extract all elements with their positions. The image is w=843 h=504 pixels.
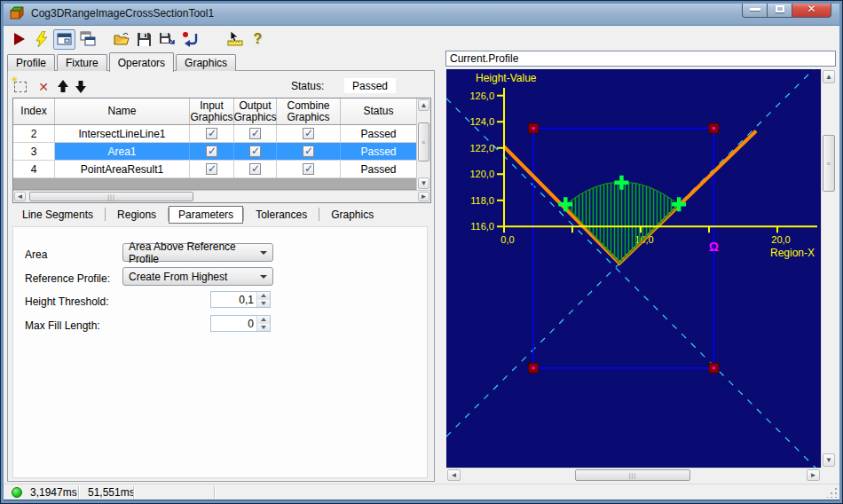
add-operator-button[interactable] xyxy=(12,79,28,95)
col-status[interactable]: Status xyxy=(341,98,416,124)
subtab-parameters[interactable]: Parameters xyxy=(169,206,243,224)
operators-grid: Index Name Input Graphics Output Graphic… xyxy=(12,98,431,203)
pointer-ruler-icon xyxy=(226,31,244,47)
show-result-window-button[interactable] xyxy=(53,29,75,50)
maximize-button[interactable] xyxy=(768,1,792,18)
grid-row-intersectlineline1[interactable]: 2 IntersectLineLine1 Passed xyxy=(13,125,430,143)
output-graphics-checkbox[interactable] xyxy=(249,128,261,139)
close-button[interactable]: ✕ xyxy=(792,1,831,18)
operator-subtabs: Line Segments Regions Parameters Toleran… xyxy=(11,205,385,224)
grid-vscrollbar[interactable]: ▲ ≡ ▼ xyxy=(416,98,430,190)
spin-down-button[interactable] xyxy=(257,324,270,332)
tab-graphics[interactable]: Graphics xyxy=(176,54,236,71)
spin-down-button[interactable] xyxy=(257,300,270,308)
scroll-left-arrow[interactable]: ◄ xyxy=(14,192,26,201)
col-index[interactable]: Index xyxy=(13,98,55,124)
output-graphics-checkbox[interactable] xyxy=(249,163,261,175)
cell-combine-graphics xyxy=(277,125,341,142)
input-graphics-checkbox[interactable] xyxy=(206,163,217,175)
scroll-left-arrow[interactable]: ◄ xyxy=(447,469,461,481)
float-windows-button[interactable] xyxy=(76,29,98,50)
move-down-button[interactable] xyxy=(73,78,89,94)
scroll-up-arrow[interactable]: ▲ xyxy=(823,70,835,83)
spin-up-button[interactable] xyxy=(257,292,270,300)
scroll-up-arrow[interactable]: ▲ xyxy=(418,99,429,111)
status-bar: 3,1947ms 51,551ms xyxy=(4,484,839,500)
chart-vscrollbar[interactable]: ▲ ≡ ▼ xyxy=(821,69,836,468)
tab-profile[interactable]: Profile xyxy=(7,54,55,71)
reference-profile-value: Create From Highest xyxy=(129,271,227,283)
run-button[interactable] xyxy=(7,29,29,50)
close-icon: ✕ xyxy=(807,3,815,15)
col-output-graphics[interactable]: Output Graphics xyxy=(234,98,277,124)
subtab-graphics[interactable]: Graphics xyxy=(319,207,385,223)
window-title: Cog3DRangeImageCrossSectionTool1 xyxy=(31,7,214,20)
new-operator-icon xyxy=(14,82,27,92)
scroll-right-arrow[interactable]: ► xyxy=(807,469,820,481)
maximize-icon xyxy=(776,5,784,12)
minimize-icon xyxy=(750,8,760,11)
input-graphics-checkbox[interactable] xyxy=(206,146,217,157)
col-input-graphics[interactable]: Input Graphics xyxy=(190,98,234,124)
grid-filler-row xyxy=(13,178,416,190)
combine-graphics-checkbox[interactable] xyxy=(303,146,314,157)
subtab-regions[interactable]: Regions xyxy=(106,207,168,223)
grid-vscroll-thumb[interactable]: ≡ xyxy=(418,122,429,161)
scroll-right-arrow[interactable]: ► xyxy=(418,192,429,201)
chart-hscroll-thumb[interactable]: ||| xyxy=(575,469,690,481)
arrow-down-icon xyxy=(75,80,87,93)
move-up-button[interactable] xyxy=(55,78,71,94)
main-toolbar: ? xyxy=(7,28,270,51)
subtab-line-segments[interactable]: Line Segments xyxy=(11,207,105,223)
grid-row-area1-selected[interactable]: 3 Area1 Passed xyxy=(13,143,430,161)
height-threshold-stepper[interactable]: 0,1 xyxy=(210,291,271,308)
height-threshold-value: 0,1 xyxy=(211,292,256,307)
combine-graphics-checkbox[interactable] xyxy=(303,128,314,139)
cell-combine-graphics xyxy=(277,161,341,177)
subtab-tolerances[interactable]: Tolerances xyxy=(244,207,319,223)
chart-hscrollbar[interactable]: ◄ ||| ► xyxy=(446,468,821,482)
chart-vscroll-thumb[interactable]: ≡ xyxy=(823,135,835,192)
output-graphics-checkbox[interactable] xyxy=(249,146,261,157)
area-select[interactable]: Area Above Reference Profile xyxy=(122,243,273,262)
reference-profile-select[interactable]: Create From Highest xyxy=(122,267,273,286)
lightning-icon xyxy=(34,31,50,47)
minimize-button[interactable] xyxy=(742,1,768,18)
cell-index: 3 xyxy=(13,143,55,160)
resize-grip[interactable] xyxy=(827,487,838,498)
y-tick-label: 118,0 xyxy=(470,195,494,206)
cell-name: Area1 xyxy=(55,143,190,160)
open-folder-icon xyxy=(113,31,130,47)
help-button[interactable]: ? xyxy=(247,29,269,50)
scroll-down-arrow[interactable]: ▼ xyxy=(418,177,429,189)
display-record-select[interactable]: Current.Profile xyxy=(445,51,836,67)
save-icon xyxy=(137,32,152,47)
cell-index: 2 xyxy=(13,125,55,142)
spin-up-button[interactable] xyxy=(257,316,270,324)
grid-hscrollbar[interactable]: ◄ ||| ► xyxy=(13,190,430,202)
y-tick-label: 122,0 xyxy=(469,143,494,154)
x-axis-title: Region-X xyxy=(770,247,815,259)
open-file-button[interactable] xyxy=(110,29,132,50)
max-fill-length-stepper[interactable]: 0 xyxy=(210,315,271,332)
col-combine-graphics[interactable]: Combine Graphics xyxy=(277,98,341,124)
tab-fixture[interactable]: Fixture xyxy=(57,54,107,71)
col-name[interactable]: Name xyxy=(55,98,190,124)
input-graphics-checkbox[interactable] xyxy=(206,128,217,139)
save-as-button[interactable] xyxy=(156,29,178,50)
reset-icon xyxy=(182,31,199,47)
tab-operators[interactable]: Operators xyxy=(109,52,174,72)
combine-graphics-checkbox[interactable] xyxy=(303,163,314,175)
scroll-down-arrow[interactable]: ▼ xyxy=(823,453,835,467)
cell-combine-graphics xyxy=(277,143,341,160)
reset-button[interactable] xyxy=(179,29,201,50)
run-continuous-button[interactable] xyxy=(30,29,52,50)
total-time: 51,551ms xyxy=(88,486,135,499)
y-tick-label: 116,0 xyxy=(470,221,494,232)
grid-row-pointarearesult1[interactable]: 4 PointAreaResult1 Passed xyxy=(13,161,430,178)
delete-operator-button[interactable]: ✕ xyxy=(35,79,51,95)
spin-down-icon xyxy=(261,302,266,308)
grid-hscroll-thumb[interactable]: ||| xyxy=(29,192,193,201)
save-button[interactable] xyxy=(133,29,155,50)
electric-tool-button[interactable] xyxy=(224,29,246,50)
